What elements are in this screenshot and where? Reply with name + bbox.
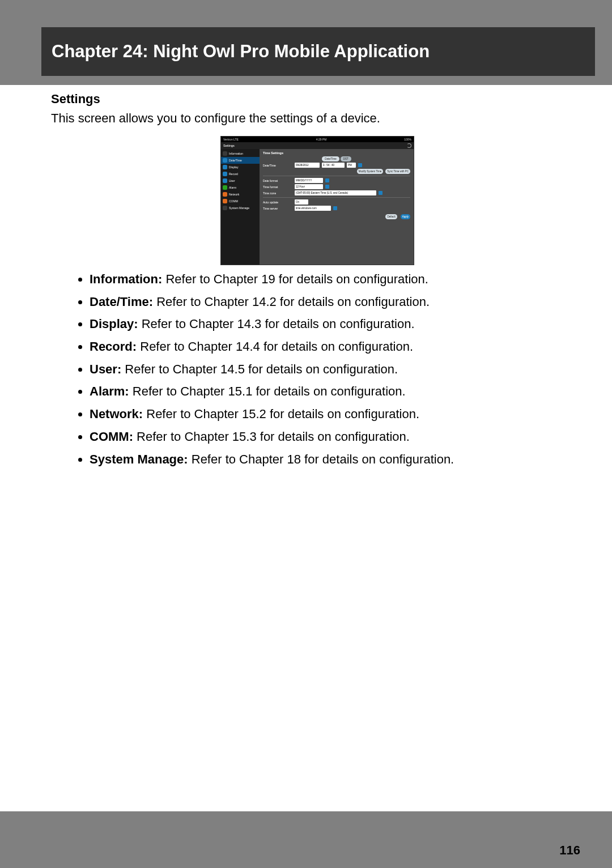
- feature-label: Display:: [90, 317, 138, 331]
- label-auto-update: Auto update: [263, 201, 292, 204]
- feature-item: User: Refer to Chapter 14.5 for details …: [90, 361, 584, 378]
- screenshot-main: Time Settings Date/Time DST Date/Time 09…: [260, 149, 414, 265]
- header-bar: Chapter 24: Night Owl Pro Mobile Applica…: [0, 0, 612, 85]
- page: Chapter 24: Night Owl Pro Mobile Applica…: [0, 0, 612, 868]
- feature-item: Network: Refer to Chapter 15.2 for detai…: [90, 406, 584, 423]
- tab-dst[interactable]: DST: [341, 156, 351, 161]
- divider: [263, 197, 410, 198]
- sidebar-item-label: Record: [229, 172, 238, 176]
- feature-text: Refer to Chapter 15.3 for details on con…: [133, 429, 410, 444]
- section-title: Settings: [51, 92, 584, 107]
- sidebar-item-label: System Manage: [229, 206, 249, 210]
- sidebar-item-information[interactable]: Information: [221, 150, 260, 157]
- dropdown-icon[interactable]: [358, 163, 362, 167]
- sidebar-item-system-manage[interactable]: System Manage: [221, 205, 260, 211]
- sidebar-icon: [223, 165, 227, 169]
- feature-label: Information:: [90, 272, 162, 286]
- feature-text: Refer to Chapter 14.4 for details on con…: [137, 339, 413, 354]
- label-time-server: Time server: [263, 207, 292, 210]
- sync-time-button[interactable]: Sync Time with PC: [385, 169, 410, 174]
- field-auto-update[interactable]: On: [295, 199, 308, 205]
- dropdown-icon[interactable]: [379, 191, 382, 195]
- divider: [263, 176, 410, 176]
- status-bar: Verizon LTE 4:29 PM 100%: [221, 137, 414, 142]
- field-date[interactable]: 09/28/2012: [295, 163, 320, 168]
- content: Settings This screen allows you to confi…: [51, 85, 584, 473]
- sidebar-icon: [223, 151, 227, 156]
- topbar-title: Settings: [223, 144, 235, 147]
- sidebar-icon: [223, 206, 227, 210]
- intro-text: This screen allows you to configure the …: [51, 111, 584, 126]
- sidebar-item-label: Date/Time: [229, 159, 242, 162]
- field-time-zone[interactable]: (GMT-05:00) Eastern Time (U.S. and Canad…: [295, 190, 376, 195]
- feature-label: COMM:: [90, 429, 133, 444]
- default-button[interactable]: Default: [385, 214, 397, 219]
- feature-item: System Manage: Refer to Chapter 18 for d…: [90, 451, 584, 468]
- sidebar-item-date-time[interactable]: Date/Time: [221, 157, 260, 164]
- dropdown-icon[interactable]: [325, 178, 329, 182]
- feature-item: Display: Refer to Chapter 14.3 for detai…: [90, 316, 584, 333]
- label-time-zone: Time zone: [263, 192, 292, 195]
- feature-text: Refer to Chapter 14.5 for details on con…: [121, 362, 398, 376]
- feature-item: Date/Time: Refer to Chapter 14.2 for det…: [90, 293, 584, 310]
- feature-label: Date/Time:: [90, 295, 153, 309]
- feature-label: Record:: [90, 339, 137, 354]
- sidebar-icon: [223, 199, 227, 203]
- screenshot-topbar: Settings: [221, 142, 414, 149]
- chapter-title: Chapter 24: Night Owl Pro Mobile Applica…: [52, 41, 430, 62]
- apply-button[interactable]: Apply: [401, 214, 410, 219]
- header-inner: Chapter 24: Night Owl Pro Mobile Applica…: [41, 27, 595, 76]
- field-ampm[interactable]: PM: [347, 163, 356, 168]
- sidebar-item-label: User: [229, 179, 235, 182]
- screenshot-body: InformationDate/TimeDisplayRecordUserAla…: [221, 149, 414, 265]
- sidebar-icon: [223, 178, 227, 183]
- sidebar-icon: [223, 192, 227, 197]
- feature-list: Information: Refer to Chapter 19 for det…: [51, 271, 584, 467]
- dropdown-icon[interactable]: [325, 185, 329, 189]
- sidebar-item-label: Network: [229, 193, 239, 196]
- feature-item: COMM: Refer to Chapter 15.3 for details …: [90, 428, 584, 445]
- sidebar-icon: [223, 158, 227, 163]
- status-battery: 100%: [404, 138, 411, 141]
- sidebar-item-comm[interactable]: COMM: [221, 198, 260, 205]
- feature-item: Alarm: Refer to Chapter 15.1 for details…: [90, 383, 584, 400]
- tab-datetime[interactable]: Date/Time: [322, 156, 339, 161]
- feature-label: Network:: [90, 407, 143, 421]
- label-datetime: Date/Time: [263, 164, 292, 167]
- feature-label: Alarm:: [90, 384, 129, 398]
- sidebar-icon: [223, 185, 227, 190]
- field-time-server[interactable]: time.windows.com: [295, 206, 331, 211]
- modify-system-time-button[interactable]: Modify System Time: [357, 169, 384, 174]
- feature-text: Refer to Chapter 15.2 for details on con…: [143, 407, 419, 421]
- feature-item: Information: Refer to Chapter 19 for det…: [90, 271, 584, 288]
- panel-title: Time Settings: [263, 151, 410, 155]
- feature-text: Refer to Chapter 19 for details on confi…: [162, 272, 428, 286]
- feature-text: Refer to Chapter 15.1 for details on con…: [129, 384, 406, 398]
- field-date-format[interactable]: MM/DD/YYYY: [295, 178, 323, 183]
- label-date-format: Date format: [263, 179, 292, 182]
- sidebar-item-alarm[interactable]: Alarm: [221, 184, 260, 191]
- status-carrier: Verizon LTE: [223, 138, 239, 141]
- screenshot-container: Verizon LTE 4:29 PM 100% Settings Inform…: [51, 136, 584, 265]
- sidebar-item-network[interactable]: Network: [221, 191, 260, 198]
- feature-text: Refer to Chapter 18 for details on confi…: [188, 452, 454, 466]
- sidebar-item-label: Alarm: [229, 186, 236, 189]
- feature-text: Refer to Chapter 14.2 for details on con…: [153, 295, 430, 309]
- dropdown-icon[interactable]: [333, 206, 337, 210]
- field-time-format[interactable]: 12 Hour: [295, 184, 323, 189]
- field-time[interactable]: 3 : 54 : 40: [322, 163, 345, 168]
- device-screenshot: Verizon LTE 4:29 PM 100% Settings Inform…: [220, 136, 414, 265]
- feature-text: Refer to Chapter 14.3 for details on con…: [138, 317, 415, 331]
- label-time-format: Time format: [263, 185, 292, 189]
- sidebar-item-record[interactable]: Record: [221, 171, 260, 177]
- screenshot-sidebar: InformationDate/TimeDisplayRecordUserAla…: [221, 149, 260, 265]
- status-time: 4:29 PM: [316, 138, 327, 141]
- sidebar-item-label: Information: [229, 152, 243, 155]
- reload-icon[interactable]: [407, 143, 411, 148]
- feature-item: Record: Refer to Chapter 14.4 for detail…: [90, 338, 584, 355]
- page-number: 116: [559, 843, 580, 858]
- sidebar-item-user[interactable]: User: [221, 177, 260, 184]
- feature-label: User:: [90, 362, 121, 376]
- sidebar-item-display[interactable]: Display: [221, 164, 260, 171]
- footer-bar: [0, 811, 612, 868]
